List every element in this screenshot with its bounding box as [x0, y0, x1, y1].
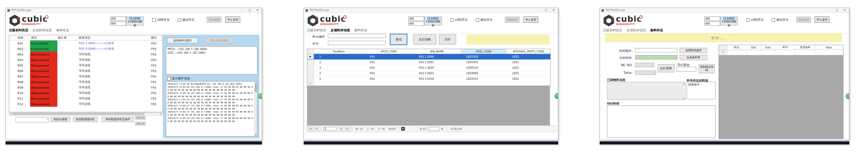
tab-material-prep[interactable]: 备料作业: [650, 28, 663, 32]
part-no-input[interactable]: [328, 41, 385, 45]
titlebar[interactable]: PSP StatStorage – ▢ ✕: [600, 8, 849, 13]
vertical-scrollbar[interactable]: ▲ ▼: [682, 82, 685, 100]
device-row[interactable]: R03 Disconnect 等待连线 FRS: [9, 52, 162, 57]
wechat-switch-checkbox[interactable]: 微信开关: [476, 18, 493, 22]
device-row[interactable]: R10 Disconnect 等待连线 FRS: [9, 90, 162, 96]
notification-dot[interactable]: [555, 93, 558, 99]
scroll-down-icon[interactable]: ▼: [255, 134, 257, 136]
table-dropdown[interactable]: ⌄: [635, 70, 656, 75]
device-row[interactable]: R07 Disconnect 等待连线 FRS: [9, 73, 162, 79]
device-combo-box[interactable]: ▾: [16, 117, 49, 122]
minimize-icon[interactable]: –: [238, 8, 246, 12]
stop-listen-button[interactable]: 停止(所有)监听: [205, 38, 234, 43]
select-version-button[interactable]: 选择机种版本: [680, 48, 707, 53]
handshake-checkbox[interactable]: 显示握手信息: [167, 76, 190, 81]
device-row[interactable]: R12 Disconnect 等待连线 FRS: [9, 101, 162, 107]
next-page-link[interactable]: 下一页: [378, 127, 385, 131]
bin-row[interactable]: ▶ 1 R02 R02.1.0046 LED1918 LED1: [307, 54, 550, 60]
tab-consumables[interactable]: 反馈耗材信息: [627, 28, 646, 32]
device-row[interactable]: R06 Disconnect 等待连线 FRS: [9, 68, 162, 73]
tab-material-prep[interactable]: 备料作业: [354, 28, 367, 32]
notification-dot[interactable]: [846, 93, 849, 99]
titlebar[interactable]: PSP StatStorage – ▢ ✕: [6, 8, 261, 13]
tab-consumables[interactable]: 反馈耗材信息: [331, 28, 350, 32]
titlebar[interactable]: PSP StatStorage – ▢ ✕: [304, 8, 558, 13]
save-state-button[interactable]: 保存数据库状态操作: [102, 117, 134, 122]
tab-device-status[interactable]: 仪器实时状态: [603, 28, 622, 32]
generate-list-button[interactable]: 生成备料单: [680, 55, 707, 60]
device-row[interactable]: R05 Disconnect 等待连线 FRS: [9, 63, 162, 68]
minimize-icon[interactable]: –: [535, 8, 542, 12]
light-color-input[interactable]: [677, 67, 696, 72]
interval-input-2[interactable]: [110, 22, 126, 26]
start-monitor-button[interactable]: 开始监控: [505, 17, 520, 23]
scroll-down-icon[interactable]: ▼: [683, 97, 685, 99]
bin-row[interactable]: 2 R02 R02.1.0601 LED1905 LED1: [307, 60, 550, 65]
device-status-table[interactable]: 名称 状态 独占者 最新消息 模式 R01 Connected R01.2.00…: [9, 35, 163, 112]
mount-table[interactable]: 机台 Slot Side 料号 是否备料 Reel *: [719, 45, 843, 139]
lattua5-button[interactable]: lattua5: [135, 116, 146, 120]
tab-consumables[interactable]: 反馈耗材信息: [32, 28, 52, 32]
light-locate-button[interactable]: 点灯找柜: [413, 34, 436, 44]
handshake-log[interactable]: 2020/8/9 12:04:50 客户端连接成功(ID: 192.168.0.…: [166, 81, 257, 136]
start-monitor-button[interactable]: 开始监控: [796, 17, 811, 23]
line-switch-checkbox[interactable]: LINE开关: [450, 18, 468, 22]
device-row[interactable]: R01 Connected R01.2.0001===>已登录 FRS: [9, 40, 162, 46]
interval-input-1[interactable]: [408, 17, 424, 21]
tab-material-prep[interactable]: 备料作业: [56, 28, 69, 32]
device-row[interactable]: R11 Disconnect 等待连线 FRS: [9, 96, 162, 101]
force-dispatch-button[interactable]: 强制指定发料: [699, 64, 715, 73]
horizontal-scrollbar[interactable]: ◄ ►: [9, 112, 163, 116]
maximize-icon[interactable]: ▢: [246, 8, 253, 12]
scanned-material-box[interactable]: ▲ ▼: [607, 82, 685, 100]
search-button[interactable]: 查找: [390, 34, 407, 45]
stop-monitor-button[interactable]: 停止监控: [815, 17, 829, 23]
tab-device-status[interactable]: 仪器实时状态: [9, 28, 28, 32]
scrollbar-thumb[interactable]: [12, 113, 145, 115]
scroll-right-icon[interactable]: ►: [160, 113, 162, 115]
goto-page-button[interactable]: 转: [401, 127, 405, 131]
bin-code-input[interactable]: [328, 34, 385, 38]
auto-refresh-button[interactable]: 12秒自动刷新: [424, 22, 442, 26]
vertical-scrollbar[interactable]: ▲ ▼: [254, 82, 257, 136]
device-row[interactable]: R09 Disconnect 等待连线 FRS: [9, 85, 162, 90]
device-row[interactable]: R04 Disconnect 等待连线 FRS: [9, 57, 162, 63]
mc-no-dropdown[interactable]: ⌄: [635, 63, 654, 67]
page-number-input[interactable]: [323, 127, 337, 131]
prev-page-icon[interactable]: ◀: [314, 127, 319, 131]
first-page-link[interactable]: 第一页: [355, 127, 363, 131]
bin-row[interactable]: 4 R02 R02.5.0823 LED4890 LED1: [307, 70, 550, 76]
clear-data-button[interactable]: 清空数据缓存区: [73, 117, 97, 122]
line-switch-checkbox[interactable]: LINE开关: [746, 18, 764, 22]
stop-monitor-button[interactable]: 停止监控: [524, 17, 538, 23]
last-page-icon[interactable]: ▶|: [345, 127, 350, 131]
prev-page-link[interactable]: 上一页: [367, 127, 374, 131]
close-icon[interactable]: ✕: [550, 8, 557, 12]
scrollbar-thumb[interactable]: [255, 84, 257, 92]
auto-refresh-button[interactable]: 12秒自动刷新: [720, 22, 738, 26]
new-row[interactable]: *: [719, 50, 843, 55]
wechat-switch-checkbox[interactable]: 微信开关: [772, 18, 788, 22]
device-row[interactable]: R02 Connected R02.4.0046===>已登录 FRS: [9, 46, 162, 52]
interval-input-1[interactable]: [704, 17, 720, 21]
lattua6-button[interactable]: lattua6: [135, 122, 146, 126]
bin-row[interactable]: 3 R02 R02.1.0829 LED0134 LED1: [307, 65, 550, 70]
interval-input-1[interactable]: [110, 17, 126, 21]
notification-dot[interactable]: [258, 93, 262, 99]
light-dispatch-button[interactable]: 点灯发料: [658, 64, 675, 72]
init-params-button[interactable]: 初始化参数: [51, 117, 70, 122]
minimize-icon[interactable]: –: [826, 8, 833, 12]
endpoint-log[interactable]: PM25A--<192.168.5.100:4040>CO2S--<192.16…: [166, 46, 257, 74]
first-page-icon[interactable]: |◀: [308, 127, 313, 131]
line-switch-checkbox[interactable]: LINE开关: [152, 18, 169, 22]
model-version-input[interactable]: [635, 48, 678, 53]
next-page-icon[interactable]: ▶: [339, 127, 344, 131]
last-page-link[interactable]: 最后页: [389, 127, 396, 131]
maximize-icon[interactable]: ▢: [542, 8, 550, 12]
rack-location-box[interactable]: 切换编号: [687, 82, 716, 99]
pending-scan-box[interactable]: [607, 105, 716, 138]
start-monitor-button[interactable]: 开始监控: [207, 17, 221, 23]
light-off-button[interactable]: 灭灯: [439, 34, 456, 44]
goto-page-input[interactable]: [429, 127, 439, 131]
maximize-icon[interactable]: ▢: [833, 8, 841, 12]
